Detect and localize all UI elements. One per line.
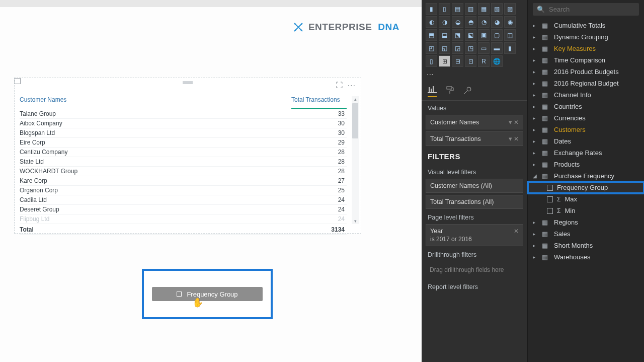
field-table[interactable]: ▸▦2016 Regional Budget — [528, 78, 644, 89]
remove-icon[interactable]: ✕ — [514, 119, 519, 126]
field-column[interactable]: Frequency Group — [528, 182, 644, 193]
field-table[interactable]: ▸▦2016 Product Budgets — [528, 66, 644, 78]
fields-search[interactable]: 🔍 — [533, 3, 639, 16]
drag-handle-icon[interactable] — [183, 81, 193, 84]
tab-analytics[interactable] — [463, 86, 472, 97]
checkbox-icon[interactable] — [547, 196, 553, 202]
well-total-transactions[interactable]: Total Transactions ▾ ✕ — [426, 131, 523, 146]
field-table[interactable]: ▸▦Time Comparison — [528, 54, 644, 66]
field-drop-zone[interactable]: Frequency Group — [142, 269, 273, 319]
table-row[interactable]: Blogspan Ltd30 — [20, 128, 347, 138]
table-row[interactable]: Eire Corp29 — [20, 138, 347, 148]
scrollbar-thumb[interactable] — [352, 103, 358, 138]
viz-type-icon[interactable]: ⬔ — [452, 29, 463, 41]
search-input[interactable] — [549, 6, 635, 13]
viz-type-icon[interactable]: ◲ — [452, 42, 463, 54]
scroll-down-icon[interactable]: ▾ — [352, 218, 359, 224]
viz-type-icon[interactable]: ⊡ — [465, 55, 476, 67]
tab-fields[interactable] — [428, 86, 437, 97]
viz-type-icon[interactable]: ◫ — [504, 29, 516, 41]
table-row[interactable]: Centizu Company28 — [20, 148, 347, 157]
viz-more-icon[interactable]: ··· — [422, 68, 527, 81]
dragged-field-pill[interactable]: Frequency Group — [152, 287, 263, 301]
field-table[interactable]: ▸▦Dynamic Grouping — [528, 31, 644, 43]
viz-type-icon[interactable]: ▮ — [504, 42, 516, 54]
viz-type-icon[interactable]: ⊞ — [439, 55, 450, 67]
viz-type-icon[interactable]: ⬒ — [426, 29, 437, 41]
field-table[interactable]: ▸▦Cumulative Totals — [528, 20, 644, 31]
viz-type-icon[interactable]: ▭ — [478, 42, 490, 54]
filter-total-transactions[interactable]: Total Transactions (All) — [426, 195, 523, 209]
table-row[interactable]: Organon Corp25 — [20, 186, 347, 195]
filter-customer-names[interactable]: Customer Names (All) — [426, 179, 523, 193]
field-table[interactable]: ▸▦Exchange Rates — [528, 147, 644, 159]
viz-type-icon[interactable]: ◓ — [465, 16, 476, 28]
field-column[interactable]: ΣMax — [528, 193, 644, 205]
report-canvas[interactable]: ENTERPRISE DNA ⛶ ··· Customer Names Tota… — [0, 0, 422, 362]
filter-year[interactable]: Year ✕ is 2017 or 2016 — [426, 224, 523, 246]
viz-type-icon[interactable]: ◔ — [478, 16, 490, 28]
table-row[interactable]: Kare Corp27 — [20, 176, 347, 186]
scroll-up-icon[interactable]: ▴ — [352, 96, 359, 102]
viz-type-icon[interactable]: ▮ — [426, 3, 437, 15]
field-table[interactable]: ▸▦Short Months — [528, 240, 644, 251]
field-table[interactable]: ▸▦Key Measures — [528, 43, 644, 54]
well-dropdown-icon[interactable]: ▾ ✕ — [509, 135, 519, 142]
table-visual[interactable]: ⛶ ··· Customer Names Total Transactions … — [14, 78, 361, 234]
col-total-transactions[interactable]: Total Transactions — [291, 94, 347, 109]
field-table[interactable]: ▸▦Regions — [528, 216, 644, 228]
viz-type-icon[interactable]: ⊟ — [452, 55, 463, 67]
table-row[interactable]: Talane Group33 — [20, 109, 347, 119]
viz-type-icon[interactable]: ▯ — [439, 3, 450, 15]
viz-type-icon[interactable]: ◉ — [504, 16, 516, 28]
field-table[interactable]: ▸▦Products — [528, 159, 644, 170]
field-table[interactable]: ▸▦Countries — [528, 101, 644, 112]
field-table[interactable]: ▸▦Customers — [528, 124, 644, 135]
viz-type-icon[interactable]: ▨ — [504, 3, 516, 15]
drillthrough-drop-hint[interactable]: Drag drillthrough fields here — [426, 262, 523, 277]
viz-type-icon[interactable]: ◳ — [465, 42, 476, 54]
viz-type-icon[interactable]: ▯ — [426, 55, 437, 67]
tab-format[interactable] — [446, 86, 454, 97]
viz-type-icon[interactable]: ⬓ — [439, 29, 450, 41]
table-row[interactable]: State Ltd28 — [20, 157, 347, 167]
col-customer-names[interactable]: Customer Names — [20, 94, 291, 109]
field-table[interactable]: ▸▦Warehouses — [528, 251, 644, 263]
field-column[interactable]: ΣMin — [528, 205, 644, 216]
field-table[interactable]: ▸▦Sales — [528, 228, 644, 240]
field-table[interactable]: ◢▦Purchase Frequency — [528, 170, 644, 182]
well-customer-names[interactable]: Customer Names ▾ ✕ — [426, 115, 523, 129]
well-dropdown-icon[interactable]: ▾ ✕ — [509, 118, 519, 126]
viz-type-icon[interactable]: ◒ — [452, 16, 463, 28]
viz-type-icon[interactable]: ▧ — [491, 3, 503, 15]
field-table[interactable]: ▸▦Dates — [528, 135, 644, 147]
viz-type-icon[interactable]: R — [478, 55, 490, 67]
table-row[interactable]: Cadila Ltd24 — [20, 195, 347, 205]
viz-type-icon[interactable]: ▤ — [452, 3, 463, 15]
field-table[interactable]: ▸▦Channel Info — [528, 89, 644, 101]
viz-type-icon[interactable]: ▬ — [491, 42, 503, 54]
viz-type-icon[interactable]: ◑ — [439, 16, 450, 28]
viz-type-icon[interactable]: ▥ — [465, 3, 476, 15]
remove-icon[interactable]: ✕ — [514, 135, 519, 142]
remove-icon[interactable]: ✕ — [514, 228, 519, 235]
table-row[interactable]: Flipbug Ltd24 — [20, 214, 347, 224]
table-scrollbar[interactable]: ▴ ▾ — [352, 96, 359, 224]
checkbox-icon[interactable] — [547, 185, 553, 191]
table-row[interactable]: Aibox Company30 — [20, 119, 347, 128]
viz-type-icon[interactable]: ◕ — [491, 16, 503, 28]
table-row[interactable]: Deseret Group24 — [20, 205, 347, 214]
viz-type-icon[interactable]: ◐ — [426, 16, 437, 28]
viz-type-icon[interactable]: ▢ — [491, 29, 503, 41]
viz-type-icon[interactable]: 🌐 — [491, 55, 503, 67]
table-row[interactable]: WOCKHARDT Group28 — [20, 167, 347, 176]
checkbox-icon[interactable] — [547, 208, 553, 214]
viz-type-icon[interactable]: ◱ — [439, 42, 450, 54]
viz-type-icon[interactable]: ▣ — [478, 29, 490, 41]
focus-mode-icon[interactable]: ⛶ — [336, 81, 343, 89]
viz-type-icon[interactable]: ▦ — [478, 3, 490, 15]
viz-type-icon[interactable]: ◰ — [426, 42, 437, 54]
viz-type-icon[interactable]: ⬕ — [465, 29, 476, 41]
field-table[interactable]: ▸▦Currencies — [528, 112, 644, 124]
more-options-icon[interactable]: ··· — [348, 81, 356, 90]
